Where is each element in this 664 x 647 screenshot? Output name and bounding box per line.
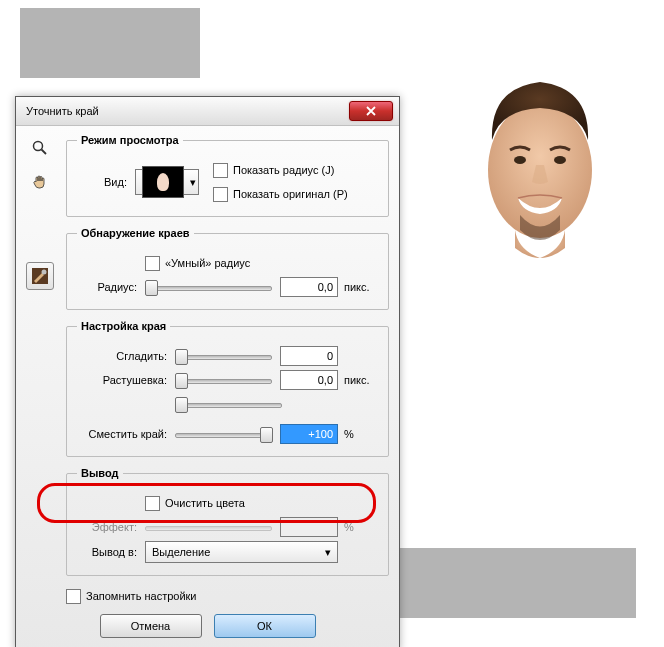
svg-point-1 xyxy=(514,156,526,164)
cancel-button[interactable]: Отмена xyxy=(100,614,202,638)
view-mode-group: Режим просмотра Вид: ▾ Показать радиус (… xyxy=(66,134,389,217)
magnifier-icon xyxy=(32,140,48,156)
close-icon xyxy=(366,106,376,116)
output-legend: Вывод xyxy=(77,467,123,479)
view-mode-legend: Режим просмотра xyxy=(77,134,183,146)
decontaminate-label: Очистить цвета xyxy=(165,497,245,509)
edge-detection-group: Обнаружение краев «Умный» радиус Радиус:… xyxy=(66,227,389,310)
output-to-value: Выделение xyxy=(152,546,210,558)
remember-checkbox[interactable] xyxy=(66,589,81,604)
svg-point-6 xyxy=(42,270,47,275)
svg-point-2 xyxy=(554,156,566,164)
svg-line-4 xyxy=(42,150,47,155)
show-radius-label: Показать радиус (J) xyxy=(233,164,334,176)
refine-edge-dialog: Уточнить край Режим просмотра Вид: ▾ Пок… xyxy=(15,96,400,647)
adjust-edge-group: Настройка края Сгладить: Растушевка: пик… xyxy=(66,320,389,457)
zoom-tool[interactable] xyxy=(26,134,54,162)
smooth-label: Сгладить: xyxy=(77,350,167,362)
output-group: Вывод Очистить цвета Эффект: % Вывод в: … xyxy=(66,467,389,576)
ok-button[interactable]: ОК xyxy=(214,614,316,638)
chevron-down-icon: ▾ xyxy=(190,176,196,189)
show-radius-checkbox[interactable] xyxy=(213,163,228,178)
smart-radius-checkbox[interactable] xyxy=(145,256,160,271)
radius-slider[interactable] xyxy=(145,279,272,295)
shift-edge-unit: % xyxy=(344,428,378,440)
amount-input xyxy=(280,517,338,537)
view-preview-dropdown[interactable]: ▾ xyxy=(135,169,199,195)
shift-edge-input[interactable] xyxy=(280,424,338,444)
hand-icon xyxy=(32,174,48,190)
preview-face xyxy=(470,70,610,260)
chevron-down-icon: ▾ xyxy=(325,546,331,559)
edge-detection-legend: Обнаружение краев xyxy=(77,227,194,239)
decontaminate-checkbox[interactable] xyxy=(145,496,160,511)
titlebar: Уточнить край xyxy=(16,97,399,126)
shift-edge-slider[interactable] xyxy=(175,426,272,442)
smooth-slider[interactable] xyxy=(175,348,272,364)
feather-input[interactable] xyxy=(280,370,338,390)
smooth-input[interactable] xyxy=(280,346,338,366)
radius-unit: пикс. xyxy=(344,281,378,293)
canvas-gray-bottom xyxy=(398,548,636,618)
output-to-label: Вывод в: xyxy=(77,546,137,558)
amount-label: Эффект: xyxy=(77,521,137,533)
close-button[interactable] xyxy=(349,101,393,121)
amount-unit: % xyxy=(344,521,378,533)
shift-edge-label: Сместить край: xyxy=(77,428,167,440)
feather-slider[interactable] xyxy=(175,372,272,388)
canvas-gray-top xyxy=(20,8,200,78)
output-to-dropdown[interactable]: Выделение ▾ xyxy=(145,541,338,563)
remember-label: Запомнить настройки xyxy=(86,590,197,602)
show-original-label: Показать оригинал (P) xyxy=(233,188,348,200)
svg-point-3 xyxy=(34,142,43,151)
tool-column xyxy=(26,134,58,296)
view-label: Вид: xyxy=(77,176,127,188)
show-original-checkbox[interactable] xyxy=(213,187,228,202)
view-thumbnail xyxy=(142,166,184,198)
amount-slider xyxy=(145,519,272,535)
feather-unit: пикс. xyxy=(344,374,378,386)
radius-label: Радиус: xyxy=(77,281,137,293)
feather-label: Растушевка: xyxy=(77,374,167,386)
radius-input[interactable] xyxy=(280,277,338,297)
brush-icon xyxy=(31,267,49,285)
smart-radius-label: «Умный» радиус xyxy=(165,257,250,269)
adjust-edge-legend: Настройка края xyxy=(77,320,170,332)
dialog-title: Уточнить край xyxy=(26,105,99,117)
refine-radius-tool[interactable] xyxy=(26,262,54,290)
hand-tool[interactable] xyxy=(26,168,54,196)
